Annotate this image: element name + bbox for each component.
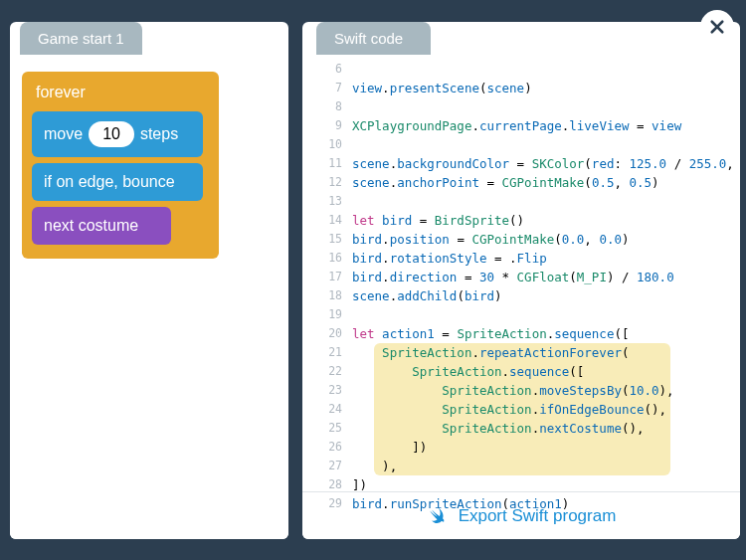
code-text: bird.position = CGPointMake(0.0, 0.0) (352, 230, 740, 249)
close-icon (708, 18, 726, 36)
line-number: 15 (302, 230, 352, 249)
code-lines: 67view.presentScene(scene)89XCPlayground… (302, 60, 740, 513)
bounce-label: if on edge, bounce (44, 173, 175, 191)
code-line: 14let bird = BirdSprite() (302, 211, 740, 230)
code-line: 18scene.addChild(bird) (302, 286, 740, 305)
code-text: SpriteAction.repeatActionForever( (352, 343, 740, 362)
code-line: 26 ]) (302, 438, 740, 457)
line-number: 12 (302, 173, 352, 192)
tab-game-start[interactable]: Game start 1 (20, 22, 142, 55)
forever-children: move 10 steps if on edge, bounce next co… (32, 111, 209, 245)
code-line: 15bird.position = CGPointMake(0.0, 0.0) (302, 230, 740, 249)
code-line: 7view.presentScene(scene) (302, 79, 740, 97)
block-move-steps[interactable]: move 10 steps (32, 111, 203, 157)
code-text: ]) (352, 438, 740, 457)
code-line: 21 SpriteAction.repeatActionForever( (302, 343, 740, 362)
blocks-panel: Game start 1 forever move 10 steps if on… (10, 22, 288, 539)
line-number: 8 (302, 97, 352, 116)
move-suffix: steps (140, 125, 178, 143)
line-number: 24 (302, 400, 352, 419)
code-text (352, 135, 740, 154)
code-text: SpriteAction.sequence([ (352, 362, 740, 381)
code-line: 8 (302, 97, 740, 116)
line-number: 7 (302, 79, 352, 97)
code-line: 22 SpriteAction.sequence([ (302, 362, 740, 381)
code-line: 12scene.anchorPoint = CGPointMake(0.5, 0… (302, 173, 740, 192)
line-number: 17 (302, 268, 352, 286)
line-number: 9 (302, 116, 352, 135)
line-number: 27 (302, 457, 352, 475)
code-text: SpriteAction.nextCostume(), (352, 419, 740, 438)
code-line: 29bird.runSpriteAction(action1) (302, 494, 740, 513)
code-line: 28]) (302, 475, 740, 494)
line-number: 21 (302, 343, 352, 362)
line-number: 28 (302, 475, 352, 494)
tab-label: Swift code (334, 30, 403, 47)
code-line: 24 SpriteAction.ifOnEdgeBounce(), (302, 400, 740, 419)
line-number: 11 (302, 154, 352, 173)
code-text: ), (352, 457, 740, 475)
forever-label: forever (32, 82, 209, 111)
code-line: 19 (302, 305, 740, 324)
code-line: 6 (302, 60, 740, 79)
line-number: 14 (302, 211, 352, 230)
move-prefix: move (44, 125, 83, 143)
code-line: 20let action1 = SpriteAction.sequence([ (302, 324, 740, 343)
block-if-edge-bounce[interactable]: if on edge, bounce (32, 163, 203, 201)
code-text (352, 192, 740, 211)
tab-label: Game start 1 (38, 30, 124, 47)
code-text: scene.addChild(bird) (352, 286, 740, 305)
code-text: scene.backgroundColor = SKColor(red: 125… (352, 154, 740, 173)
code-text: ]) (352, 475, 740, 494)
code-text (352, 60, 740, 79)
move-value-input[interactable]: 10 (89, 121, 134, 147)
tab-swift-code[interactable]: Swift code (316, 22, 431, 55)
code-panel: Swift code 67view.presentScene(scene)89X… (302, 22, 740, 539)
close-button[interactable] (700, 10, 734, 44)
code-line: 16bird.rotationStyle = .Flip (302, 249, 740, 268)
code-text (352, 97, 740, 116)
line-number: 25 (302, 419, 352, 438)
code-line: 9XCPlaygroundPage.currentPage.liveView =… (302, 116, 740, 135)
block-next-costume[interactable]: next costume (32, 207, 171, 245)
code-editor[interactable]: 67view.presentScene(scene)89XCPlayground… (302, 56, 740, 513)
code-text: scene.anchorPoint = CGPointMake(0.5, 0.5… (352, 173, 740, 192)
line-number: 6 (302, 60, 352, 79)
next-costume-label: next costume (44, 217, 138, 235)
code-line: 25 SpriteAction.nextCostume(), (302, 419, 740, 438)
line-number: 26 (302, 438, 352, 457)
line-number: 13 (302, 192, 352, 211)
line-number: 22 (302, 362, 352, 381)
code-text: bird.direction = 30 * CGFloat(M_PI) / 18… (352, 268, 740, 286)
code-line: 11scene.backgroundColor = SKColor(red: 1… (302, 154, 740, 173)
code-text: bird.runSpriteAction(action1) (352, 494, 740, 513)
code-text: view.presentScene(scene) (352, 79, 740, 97)
code-text: bird.rotationStyle = .Flip (352, 249, 740, 268)
code-line: 10 (302, 135, 740, 154)
code-text: SpriteAction.ifOnEdgeBounce(), (352, 400, 740, 419)
code-line: 23 SpriteAction.moveStepsBy(10.0), (302, 381, 740, 400)
code-line: 17bird.direction = 30 * CGFloat(M_PI) / … (302, 268, 740, 286)
line-number: 20 (302, 324, 352, 343)
line-number: 29 (302, 494, 352, 513)
line-number: 18 (302, 286, 352, 305)
line-number: 16 (302, 249, 352, 268)
code-text (352, 305, 740, 324)
code-text: let action1 = SpriteAction.sequence([ (352, 324, 740, 343)
code-text: let bird = BirdSprite() (352, 211, 740, 230)
blocks-canvas[interactable]: forever move 10 steps if on edge, bounce… (10, 56, 288, 539)
code-line: 27 ), (302, 457, 740, 475)
code-text: XCPlaygroundPage.currentPage.liveView = … (352, 116, 740, 135)
line-number: 23 (302, 381, 352, 400)
code-text: SpriteAction.moveStepsBy(10.0), (352, 381, 740, 400)
code-line: 13 (302, 192, 740, 211)
block-forever[interactable]: forever move 10 steps if on edge, bounce… (22, 72, 219, 259)
line-number: 10 (302, 135, 352, 154)
line-number: 19 (302, 305, 352, 324)
